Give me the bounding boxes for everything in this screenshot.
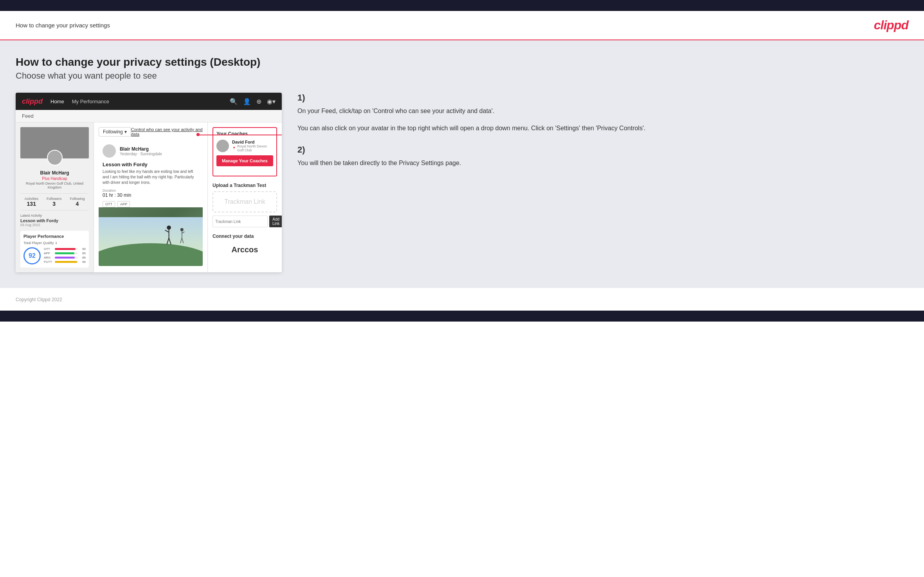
info-icon: ℹ [56,241,57,245]
connect-section: Connect your data Arccos [213,234,277,257]
instruction-1-extra: You can also click on your avatar in the… [297,123,908,133]
trackman-placeholder-text: Trackman Link [220,198,270,205]
app-navbar: clippd Home My Performance 🔍 👤 ⊕ ◉▾ [16,93,282,110]
instruction-1: 1) On your Feed, click/tap on 'Control w… [297,93,908,133]
stat-following-value: 4 [70,201,85,207]
coach-avatar [216,140,229,152]
copyright-text: Copyright Clippd 2022 [16,297,62,302]
clippd-logo: clippd [874,18,908,32]
nav-my-performance[interactable]: My Performance [72,99,109,104]
post-duration-label: Duration [103,189,199,192]
app-nav-links: Home My Performance [50,99,109,104]
player-performance-section: Player Performance Total Player Quality … [20,231,89,268]
following-bar: Following ▾ Control who can see your act… [99,127,203,137]
latest-activity-name: Lesson with Fordy [20,218,89,223]
trackman-input-row: Add Link [213,216,277,227]
bar-arg-value: 86 [79,256,86,259]
coach-club: 📍 Royal North Devon Golf Club [232,144,273,152]
quality-bars: OTT 90 APP 85 [44,247,86,264]
stat-followers-label: Followers [47,197,62,201]
trackman-link-input[interactable] [213,216,268,227]
quality-score: 92 [23,247,41,264]
profile-handicap: Plus Handicap [20,176,89,181]
stat-followers: Followers 3 [47,197,62,207]
tag-app: APP [117,201,130,207]
bar-ott-label: OTT [44,247,53,251]
latest-activity-label: Latest Activity [20,214,89,217]
player-perf-title: Player Performance [23,234,86,239]
profile-club: Royal North Devon Golf Club, United King… [20,182,89,189]
bar-putt-label: PUTT [44,260,53,264]
following-label: Following [103,129,123,135]
coach-name: David Ford [232,140,273,144]
trackman-add-button[interactable]: Add Link [269,216,282,227]
instruction-1-text: On your Feed, click/tap on 'Control who … [297,106,908,116]
tag-ott: OTT [103,201,115,207]
app-logo: clippd [22,97,43,106]
bar-ott-value: 90 [79,247,86,251]
page-breadcrumb: How to change your privacy settings [16,22,110,29]
app-right-panel: Your Coaches David Ford 📍 Royal North De… [207,122,282,272]
stat-following: Following 4 [70,197,85,207]
trackman-section: Upload a Trackman Test Trackman Link Add… [213,183,277,227]
arccos-logo: Arccos [213,242,277,257]
profile-banner [20,127,89,158]
app-main-feed: Following ▾ Control who can see your act… [94,122,207,272]
feed-tab-label: Feed [22,113,34,119]
control-privacy-link[interactable]: Control who can see your activity and da… [131,127,203,137]
quality-content: 92 OTT 90 APP [23,247,86,264]
post-card: Blair McHarg Yesterday · Sunningdale Les… [99,140,203,266]
connect-title: Connect your data [213,234,277,239]
page-title: How to change your privacy settings (Des… [16,56,908,68]
footer: Copyright Clippd 2022 [0,288,924,311]
nav-home[interactable]: Home [50,99,64,104]
svg-point-2 [167,225,171,230]
post-user-name: Blair McHarg [120,146,162,152]
user-icon[interactable]: 👤 [243,98,251,105]
app-screenshot: clippd Home My Performance 🔍 👤 ⊕ ◉▾ Feed [16,93,282,272]
app-nav-icons: 🔍 👤 ⊕ ◉▾ [230,98,276,105]
avatar [47,150,63,165]
bar-arg: ARG 86 [44,256,86,259]
settings-icon[interactable]: ⊕ [256,98,261,105]
bar-putt-value: 96 [79,260,86,264]
profile-name: Blair McHarg [20,170,89,176]
search-icon[interactable]: 🔍 [230,98,238,105]
post-user-meta: Yesterday · Sunningdale [120,152,162,156]
coach-item: David Ford 📍 Royal North Devon Golf Club [216,140,273,152]
instruction-2-number: 2) [297,145,908,155]
bar-app-label: APP [44,252,53,255]
stat-following-label: Following [70,197,85,201]
post-image [99,207,203,266]
post-title: Lesson with Fordy [99,162,203,167]
instructions-panel: 1) On your Feed, click/tap on 'Control w… [297,93,908,180]
app-sidebar: Blair McHarg Plus Handicap Royal North D… [16,122,94,272]
avatar-icon[interactable]: ◉▾ [267,98,276,105]
following-button[interactable]: Following ▾ [99,127,131,137]
stat-activities-label: Activities [24,197,38,201]
bar-arg-label: ARG [44,256,53,259]
chevron-down-icon: ▾ [124,129,127,135]
post-duration: Duration 01 hr : 30 min [99,189,203,198]
coaches-title: Your Coaches [216,131,273,137]
svg-point-7 [180,228,184,231]
post-duration-value: 01 hr : 30 min [103,192,199,198]
coaches-section: Your Coaches David Ford 📍 Royal North De… [216,131,273,166]
feed-bar: Feed [16,110,282,122]
bar-ott: OTT 90 [44,247,86,251]
trackman-placeholder-box: Trackman Link [213,191,277,212]
stat-activities-value: 131 [24,201,38,207]
instruction-2: 2) You will then be taken directly to th… [297,145,908,168]
bar-putt: PUTT 96 [44,260,86,264]
profile-stats: Activities 131 Followers 3 Following 4 [20,193,89,210]
post-avatar [103,144,116,158]
latest-activity-date: 03 Aug 2022 [20,223,89,227]
instruction-1-number: 1) [297,93,908,103]
manage-coaches-button[interactable]: Manage Your Coaches [216,155,273,166]
location-icon: 📍 [232,147,236,150]
instruction-2-text: You will then be taken directly to the P… [297,158,908,168]
trackman-title: Upload a Trackman Test [213,183,277,188]
post-body: Looking to feel like my hands are exitin… [99,169,203,185]
post-tags: OTT APP [99,201,203,207]
page-subtitle: Choose what you want people to see [16,71,908,81]
